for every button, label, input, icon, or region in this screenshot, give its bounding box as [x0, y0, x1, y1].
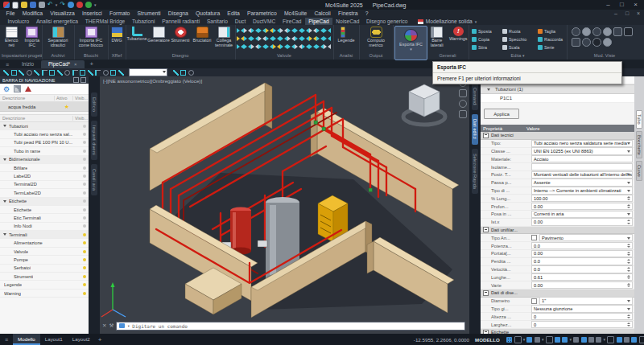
lunghezza2-stepper[interactable]: 0.61: [531, 273, 633, 281]
point-icon[interactable]: [103, 70, 109, 76]
save-icon[interactable]: [30, 2, 36, 8]
menu-calcoli[interactable]: Calcoli: [311, 10, 335, 18]
tree-item[interactable]: Etichette: [0, 206, 89, 214]
polar-caret-icon[interactable]: ▾: [542, 337, 544, 342]
tree-item[interactable]: Tubi pead PE 100 PN 10 U...: [0, 139, 89, 147]
valve-icon[interactable]: [280, 36, 287, 42]
ribbon-tab-duct[interactable]: Duct: [231, 18, 249, 25]
ribbon-tab-disegno-generico[interactable]: Disegno generico: [363, 18, 411, 25]
viewport-label[interactable]: [-][NE assonometrico][Ombreggiato (Veloc…: [103, 78, 202, 84]
posa-select[interactable]: Correnti in aria: [531, 211, 633, 218]
lunghezza-stepper[interactable]: 100.00: [531, 195, 633, 202]
stira-button[interactable]: Stira: [472, 43, 501, 51]
graphics-icon[interactable]: [631, 337, 637, 343]
props-icon[interactable]: [180, 70, 186, 76]
grid-icon[interactable]: [72, 70, 78, 76]
valve-icon[interactable]: [324, 44, 331, 50]
new-file-icon[interactable]: [12, 2, 19, 9]
tree-item[interactable]: Tubo in rame: [0, 147, 89, 155]
esporta-ifc-button[interactable]: Esporta IFC ▾: [394, 26, 427, 60]
computo-metrico-button[interactable]: Computo metrico: [360, 26, 392, 52]
viewport-icon[interactable]: [613, 27, 622, 36]
tree-item[interactable]: Strumenti: [0, 273, 89, 281]
undo-icon[interactable]: ↶: [47, 2, 53, 8]
scala-button[interactable]: Scala: [502, 43, 536, 51]
valve-icon[interactable]: [295, 28, 302, 34]
legende-button[interactable]: Legende: [335, 26, 357, 52]
match-icon[interactable]: [173, 70, 179, 76]
tab-layout2[interactable]: Layout2: [68, 334, 95, 345]
valve-icon[interactable]: [295, 36, 302, 42]
link-icon[interactable]: [14, 85, 21, 92]
tree-group[interactable]: Terminali: [0, 231, 89, 239]
visibility-dot[interactable]: [83, 166, 86, 170]
shadow-icon[interactable]: [592, 38, 601, 47]
shade-icon[interactable]: [592, 27, 601, 36]
table-icon[interactable]: [95, 70, 101, 76]
valve-icon[interactable]: [237, 44, 244, 50]
menu-edita[interactable]: Edita: [224, 10, 244, 18]
visibility-dot[interactable]: [83, 241, 86, 244]
nav-panel-header[interactable]: BARRA DI NAVIGAZIONE: [0, 76, 89, 84]
visibility-dot[interactable]: [83, 250, 86, 253]
doc-restore-button[interactable]: □: [621, 10, 633, 18]
undo-caret-icon[interactable]: ▾: [56, 2, 58, 7]
ortho-toggle-icon[interactable]: [526, 337, 532, 343]
larghezza-stepper[interactable]: 0: [531, 321, 633, 328]
portata-stepper[interactable]: 0.00: [531, 250, 633, 257]
valve-icon[interactable]: [251, 44, 258, 50]
add-layout-button[interactable]: +: [98, 336, 102, 343]
etrack-toggle-icon[interactable]: [555, 337, 560, 343]
tipo-select[interactable]: Tubi acciaio nero senza saldatura serie …: [531, 140, 633, 147]
isolate-icon[interactable]: [624, 337, 630, 343]
orbit-tool-icon[interactable]: [459, 110, 467, 118]
menu-modifica[interactable]: Modifica: [19, 10, 47, 18]
print-icon[interactable]: [39, 2, 45, 8]
doc-close-button[interactable]: ×: [633, 10, 644, 18]
tipo-an-select[interactable]: Pavimento: [539, 234, 633, 241]
polar-toggle-icon[interactable]: [535, 337, 540, 343]
visibility-dot[interactable]: [83, 183, 86, 186]
ribbon-tab-analisi[interactable]: Analisi energetica: [33, 18, 82, 25]
doc-tabs-menu-icon[interactable]: ≡: [6, 62, 9, 68]
valve-icon[interactable]: [295, 44, 302, 50]
tab-modello[interactable]: Modello: [13, 334, 40, 345]
valve-icon[interactable]: [237, 28, 244, 34]
valve-icon[interactable]: [280, 28, 287, 34]
valve-icon[interactable]: [280, 44, 287, 50]
valve-icon[interactable]: [258, 36, 266, 42]
altezza-stepper[interactable]: 0: [531, 313, 633, 320]
ribbon-tab-sanitario[interactable]: Sanitario: [203, 18, 231, 25]
valve-icon[interactable]: [273, 44, 280, 50]
lineweight-toggle-icon[interactable]: [562, 337, 568, 343]
network-row-acqua-fredda[interactable]: acqua fredda ★: [0, 102, 89, 112]
sun-icon[interactable]: [603, 38, 612, 47]
valve-icon[interactable]: [244, 28, 251, 34]
line-icon[interactable]: [3, 70, 9, 76]
ellipse-icon[interactable]: [64, 70, 70, 76]
valve-icon[interactable]: [251, 36, 258, 42]
tab-inizio[interactable]: Inizio: [14, 60, 41, 68]
valve-icon[interactable]: [324, 36, 331, 42]
raccorda-button[interactable]: Raccorda: [538, 35, 568, 43]
valve-icon[interactable]: [316, 36, 324, 42]
visibility-dot[interactable]: [83, 199, 86, 203]
tab-tubo[interactable]: Tubo: [636, 110, 642, 129]
valve-icon[interactable]: [244, 36, 251, 42]
tree-item[interactable]: Warning: [0, 290, 89, 298]
layout-menu-icon[interactable]: ≡: [5, 337, 8, 343]
valve-icon[interactable]: [309, 36, 316, 42]
checkbox[interactable]: [531, 235, 537, 240]
filter-icon[interactable]: [25, 86, 31, 92]
visibility-dot[interactable]: [83, 275, 86, 278]
layer-state-icon[interactable]: [68, 2, 74, 8]
dwg-button[interactable]: DWG: [109, 26, 125, 52]
menu-parametrico[interactable]: Parametrico: [243, 10, 280, 18]
open-file-icon[interactable]: [21, 2, 27, 8]
doc-minimize-button[interactable]: –: [610, 10, 621, 18]
lw-caret-icon[interactable]: ▾: [570, 337, 572, 342]
generatore-button[interactable]: Generatore: [148, 26, 169, 52]
visibility-dot[interactable]: [83, 191, 86, 195]
text-icon[interactable]: [110, 70, 116, 76]
spline-icon[interactable]: [57, 70, 63, 76]
